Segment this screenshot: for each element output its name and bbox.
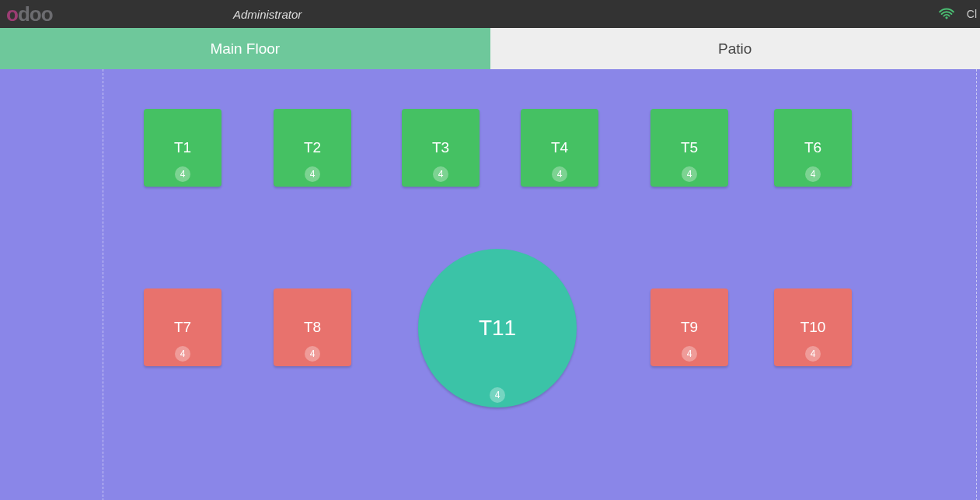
floor-tab-label: Main Floor [210,40,280,58]
table-t7[interactable]: T74 [144,288,221,366]
table-t9[interactable]: T94 [650,288,728,366]
table-label: T9 [681,319,698,336]
seats-badge: 4 [175,166,190,182]
table-label: T4 [551,139,568,156]
table-label: T3 [432,139,449,156]
close-button[interactable]: Cl [967,8,977,20]
floor-tab-patio[interactable]: Patio [490,28,981,69]
seats-badge: 4 [682,166,697,182]
table-label: T8 [304,319,321,336]
table-t10[interactable]: T104 [774,288,852,366]
table-label: T5 [681,139,698,156]
floor-tabs: Main Floor Patio [0,28,980,69]
seats-badge: 4 [490,387,505,403]
table-t1[interactable]: T14 [144,109,221,187]
table-t11[interactable]: T114 [418,249,577,407]
table-label: T1 [174,139,191,156]
table-label: T2 [304,139,321,156]
username-button[interactable]: Administrator [233,0,302,28]
seats-badge: 4 [682,346,697,362]
topbar-right: Cl [939,0,980,28]
seats-badge: 4 [175,346,190,362]
table-label: T7 [174,319,191,336]
brand-logo: odoo [6,2,53,26]
seats-badge: 4 [552,166,567,182]
table-t5[interactable]: T54 [650,109,728,187]
table-label: T6 [804,139,821,156]
table-t8[interactable]: T84 [274,288,351,366]
table-t4[interactable]: T44 [521,109,598,187]
seats-badge: 4 [805,346,821,362]
seats-badge: 4 [305,166,320,182]
table-t6[interactable]: T64 [774,109,852,187]
floor-tab-label: Patio [718,40,752,58]
floor-map[interactable]: T14T24T34T44T54T64T74T84T94T104T114 [0,69,980,500]
seats-badge: 4 [805,166,821,182]
table-t2[interactable]: T24 [274,109,351,187]
seats-badge: 4 [305,346,320,362]
table-label: T11 [479,316,516,341]
table-label: T10 [800,319,826,336]
wifi-icon [939,8,954,20]
pos-topbar: odoo Administrator Cl [0,0,980,28]
floor-tab-main-floor[interactable]: Main Floor [0,28,490,69]
table-t3[interactable]: T34 [402,109,480,187]
seats-badge: 4 [433,166,448,182]
